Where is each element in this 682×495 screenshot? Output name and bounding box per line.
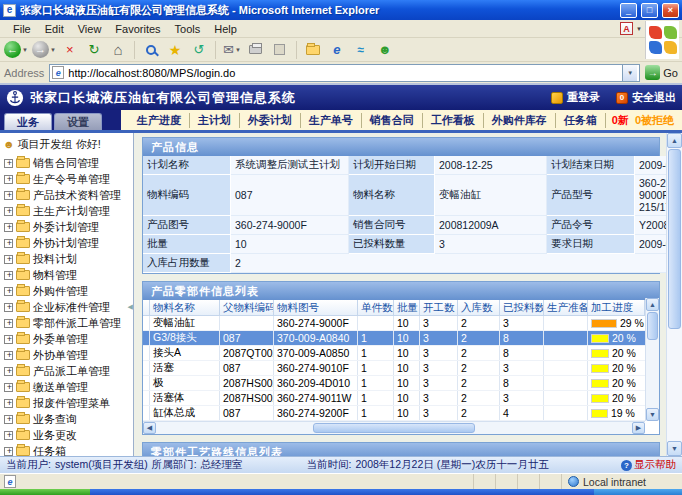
addon-dropdown-icon[interactable]: ▼	[636, 26, 642, 32]
address-input[interactable]: e http://localhost:8080/MPS/login.do ▼	[49, 64, 640, 82]
sidebar-item-business-change[interactable]: 业务更改	[2, 427, 131, 443]
table-row[interactable]: 活塞 087 360-274-9010F 1 10 3 2 3 20 %	[143, 361, 645, 376]
sidebar-item-product-dispatch[interactable]: 产品派工单管理	[2, 363, 131, 379]
maximize-button[interactable]: □	[641, 3, 658, 18]
mail-button[interactable]: ✉▼	[222, 40, 242, 60]
refresh-button[interactable]: ↻	[84, 40, 104, 60]
sidebar-item-business-query[interactable]: 业务查询	[2, 411, 131, 427]
nav-work-board[interactable]: 工作看板	[423, 113, 484, 128]
menu-view[interactable]: View	[71, 22, 109, 36]
go-button[interactable]: → Go	[645, 65, 678, 80]
scroll-right-icon[interactable]: ▶	[632, 422, 645, 434]
folders-button[interactable]	[303, 40, 323, 60]
col-header[interactable]: 父物料编码	[220, 300, 274, 315]
url-text[interactable]: http://localhost:8080/MPS/login.do	[68, 67, 618, 79]
col-header[interactable]: 已投料数	[500, 300, 544, 315]
nav-task-box[interactable]: 任务箱	[556, 113, 606, 128]
col-header[interactable]: 物料图号	[274, 300, 358, 315]
scroll-left-icon[interactable]: ◀	[143, 422, 156, 434]
expand-icon[interactable]	[4, 335, 13, 344]
badge-rejected-tasks[interactable]: 0被拒绝	[635, 113, 674, 128]
stop-button[interactable]: ×	[60, 40, 80, 60]
expand-icon[interactable]	[4, 175, 13, 184]
search-button[interactable]	[141, 40, 161, 60]
expand-icon[interactable]	[4, 383, 13, 392]
start-button[interactable]	[0, 489, 90, 495]
history-button[interactable]: ↺	[189, 40, 209, 60]
expand-icon[interactable]	[4, 319, 13, 328]
col-header[interactable]: 生产准备	[544, 300, 588, 315]
sidebar-item-part-dispatch[interactable]: 零部件派工单管理	[2, 315, 131, 331]
col-header[interactable]: 入库数	[458, 300, 500, 315]
nav-sales-contract[interactable]: 销售合同	[362, 113, 423, 128]
close-button[interactable]: ×	[662, 3, 679, 18]
favorites-button[interactable]: ★	[165, 40, 185, 60]
logout-button[interactable]: 0 安全退出	[616, 90, 676, 105]
expand-icon[interactable]	[4, 191, 13, 200]
relogin-button[interactable]: 重登录	[551, 90, 600, 105]
expand-icon[interactable]	[4, 255, 13, 264]
scroll-up-icon[interactable]: ▲	[667, 133, 682, 148]
media-button[interactable]: ≈	[351, 40, 371, 60]
nav-master-plan[interactable]: 主计划	[190, 113, 240, 128]
sidebar-collapse-handle[interactable]: ◀	[128, 303, 133, 311]
col-header[interactable]: 物料名称	[150, 300, 220, 315]
menu-help[interactable]: Help	[207, 22, 244, 36]
nav-production-progress[interactable]: 生产进度	[129, 113, 190, 128]
sidebar-item-order-number[interactable]: 生产令号单管理	[2, 171, 131, 187]
sidebar-item-outsource-order[interactable]: 外委单管理	[2, 331, 131, 347]
print-button[interactable]	[246, 40, 266, 60]
windows-taskbar[interactable]	[0, 489, 682, 495]
scrollbar-thumb[interactable]	[647, 312, 658, 340]
expand-icon[interactable]	[4, 399, 13, 408]
table-row[interactable]: 活塞体 2087HS002 360-274-9011W 1 10 3 2 3 2…	[143, 391, 645, 406]
tab-business[interactable]: 业务	[4, 113, 52, 130]
scrollbar-thumb[interactable]	[313, 423, 475, 433]
expand-icon[interactable]	[4, 159, 13, 168]
menu-tools[interactable]: Tools	[168, 22, 208, 36]
expand-icon[interactable]	[4, 351, 13, 360]
expand-icon[interactable]	[4, 207, 13, 216]
messenger-button[interactable]: ☻	[375, 40, 395, 60]
expand-icon[interactable]	[4, 447, 13, 456]
nav-production-order[interactable]: 生产单号	[301, 113, 362, 128]
back-button[interactable]: ←▼	[4, 40, 28, 60]
sidebar-item-coop-order[interactable]: 外协单管理	[2, 347, 131, 363]
forward-button[interactable]: →▼	[32, 40, 56, 60]
expand-icon[interactable]	[4, 223, 13, 232]
edit-button[interactable]	[270, 40, 290, 60]
expand-icon[interactable]	[4, 303, 13, 312]
back-dropdown-icon[interactable]: ▼	[22, 47, 28, 53]
sidebar-item-purchased[interactable]: 外购件管理	[2, 283, 131, 299]
sidebar-item-material[interactable]: 物料管理	[2, 267, 131, 283]
table-row[interactable]: 缸体总成 087 360-274-9200F 1 10 3 2 4 19 %	[143, 406, 645, 421]
sidebar-item-sales-contract[interactable]: 销售合同管理	[2, 155, 131, 171]
tab-settings[interactable]: 设置	[54, 113, 102, 130]
menu-favorites[interactable]: Favorites	[108, 22, 167, 36]
sidebar-item-scrap-menu[interactable]: 报废件管理菜单	[2, 395, 131, 411]
expand-icon[interactable]	[4, 415, 13, 424]
sidebar-item-task-box[interactable]: 任务箱	[2, 443, 131, 456]
scrollbar-thumb[interactable]	[668, 149, 681, 329]
sidebar-item-delivery-order[interactable]: 缴送单管理	[2, 379, 131, 395]
table-row[interactable]: 接头A 2087QT002 370-009-A0850 1 10 3 2 8 2…	[143, 346, 645, 361]
menu-file[interactable]: File	[6, 22, 38, 36]
col-header[interactable]: 加工进度	[588, 300, 645, 315]
sidebar-item-outsource-plan[interactable]: 外委计划管理	[2, 219, 131, 235]
col-header[interactable]: 开工数	[420, 300, 458, 315]
horizontal-scrollbar[interactable]: ◀ ▶	[143, 421, 645, 434]
scroll-down-icon[interactable]: ▼	[646, 408, 659, 421]
table-vertical-scrollbar[interactable]: ▲ ▼	[645, 298, 659, 421]
minimize-button[interactable]: _	[620, 3, 637, 18]
expand-icon[interactable]	[4, 287, 13, 296]
sidebar-item-tech-data[interactable]: 产品技术资料管理	[2, 187, 131, 203]
home-button[interactable]: ⌂	[108, 40, 128, 60]
mail-dropdown-icon[interactable]: ▼	[235, 47, 241, 53]
sidebar-item-master-plan[interactable]: 主生产计划管理	[2, 203, 131, 219]
badge-new-tasks[interactable]: 0新	[612, 113, 629, 128]
show-help-link[interactable]: ? 显示帮助	[621, 458, 676, 472]
scroll-down-icon[interactable]: ▼	[667, 441, 682, 456]
table-row-selected[interactable]: G3/8接头 087 370-009-A0840 1 10 3 2 8 20 %	[143, 331, 645, 346]
col-header[interactable]: 批量	[394, 300, 420, 315]
menu-edit[interactable]: Edit	[38, 22, 71, 36]
